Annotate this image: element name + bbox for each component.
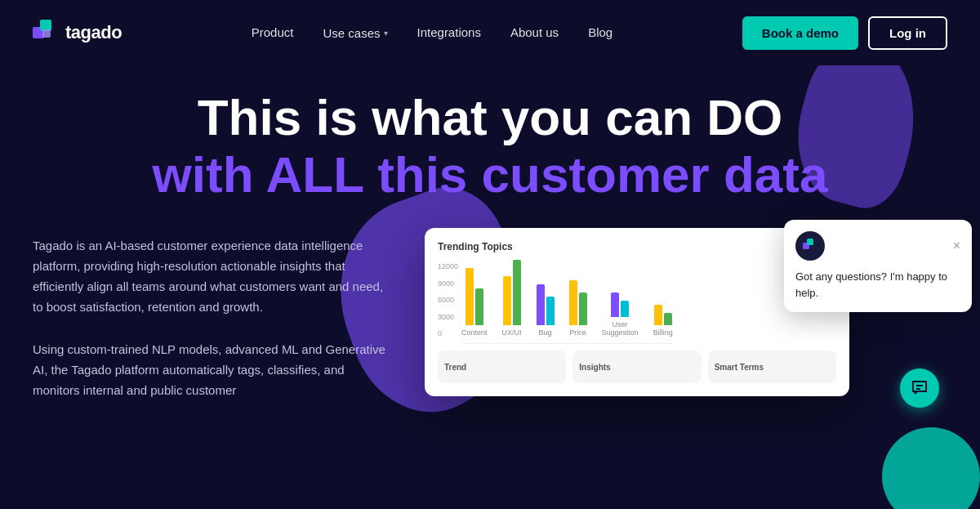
chart-area: Content UX/UI	[461, 262, 673, 344]
dashboard-area: Trending Topics 12000 9000 6000 3000 0	[425, 228, 947, 423]
headline-white: This is what you can DO	[33, 90, 947, 145]
hero-paragraph-1: Tagado is an AI-based customer experienc…	[33, 236, 392, 317]
bar	[466, 268, 474, 325]
chat-widget: × Got any questions? I'm happy to help.	[784, 220, 972, 312]
chat-header: ×	[795, 231, 960, 261]
bar	[513, 260, 521, 325]
navbar: tagado Product Use cases ▾ Integrations …	[0, 0, 980, 65]
nav-item-use-cases[interactable]: Use cases ▾	[323, 26, 387, 40]
bar-group-content: Content	[461, 268, 488, 337]
nav-link-blog[interactable]: Blog	[588, 25, 612, 39]
book-demo-button[interactable]: Book a demo	[742, 16, 858, 50]
chat-icon	[910, 378, 929, 398]
bar	[503, 276, 511, 325]
svg-rect-1	[40, 20, 51, 31]
chat-avatar-icon	[801, 237, 819, 255]
close-icon[interactable]: ×	[953, 239, 960, 253]
headline-purple: with ALL this customer data	[33, 145, 947, 203]
chevron-down-icon: ▾	[384, 29, 388, 38]
bar-group-billing: Billing	[653, 305, 673, 337]
svg-rect-2	[42, 29, 51, 38]
mini-card-trend: Trend	[438, 350, 566, 383]
hero-section: This is what you can DO with ALL this cu…	[0, 65, 980, 509]
hero-content: Tagado is an AI-based customer experienc…	[33, 228, 947, 423]
chat-avatar	[795, 231, 825, 261]
logo-text: tagado	[65, 22, 122, 43]
bar	[475, 288, 483, 325]
nav-links: Product Use cases ▾ Integrations About u…	[252, 25, 612, 40]
chat-bubble-button[interactable]	[900, 368, 939, 408]
card-footer: Trend Insights Smart Terms	[438, 350, 836, 383]
nav-item-blog[interactable]: Blog	[588, 25, 612, 40]
bar	[546, 297, 555, 325]
bar-group-user-suggestion: UserSuggestion	[602, 292, 639, 337]
nav-item-about[interactable]: About us	[510, 25, 559, 40]
mini-card-smart-terms: Smart Terms	[708, 350, 836, 383]
bar-group-uxui: UX/UI	[502, 260, 522, 337]
bar	[537, 284, 545, 325]
bar-group-bug: Bug	[537, 284, 555, 337]
nav-link-about[interactable]: About us	[510, 25, 559, 39]
nav-ctas: Book a demo Log in	[742, 16, 947, 50]
chart-y-labels: 12000 9000 6000 3000 0	[438, 262, 458, 344]
hero-text: Tagado is an AI-based customer experienc…	[33, 228, 392, 423]
blob-teal	[882, 427, 980, 509]
bar-group-price: Price	[569, 280, 587, 337]
svg-rect-4	[807, 239, 813, 245]
nav-link-integrations[interactable]: Integrations	[417, 25, 481, 39]
bar	[664, 313, 672, 325]
nav-link-use-cases[interactable]: Use cases ▾	[323, 26, 387, 40]
hero-headline: This is what you can DO with ALL this cu…	[33, 90, 947, 203]
nav-item-product[interactable]: Product	[252, 25, 294, 40]
mini-card-insights: Insights	[572, 350, 701, 383]
bar	[569, 280, 577, 325]
bar	[579, 292, 587, 325]
chart-title: Trending Topics	[438, 241, 836, 252]
bar	[621, 301, 629, 317]
hero-paragraph-2: Using custom-trained NLP models, advance…	[33, 340, 392, 400]
nav-link-product[interactable]: Product	[252, 25, 294, 39]
chat-message: Got any questions? I'm happy to help.	[795, 269, 960, 301]
bar	[654, 305, 662, 325]
nav-item-integrations[interactable]: Integrations	[417, 25, 481, 40]
bar	[611, 292, 619, 317]
logo-icon	[33, 20, 59, 46]
logo[interactable]: tagado	[33, 20, 122, 46]
login-button[interactable]: Log in	[868, 16, 947, 50]
